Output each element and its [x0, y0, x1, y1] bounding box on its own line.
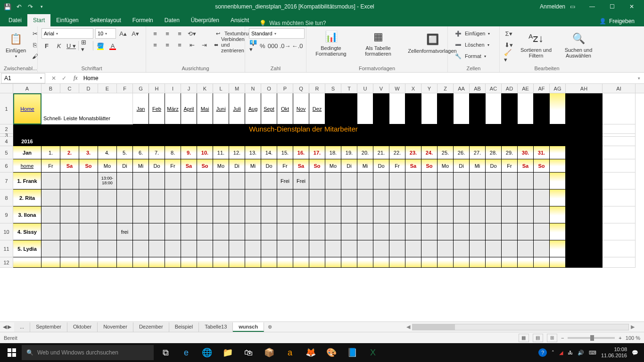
shift-cell[interactable]	[325, 173, 341, 189]
expand-formula-icon[interactable]: ▾	[634, 76, 644, 81]
piano-cell[interactable]	[518, 93, 534, 124]
fill-icon[interactable]: ⬇▾	[504, 40, 514, 50]
col-header[interactable]: R	[309, 84, 325, 93]
help-icon[interactable]: ?	[538, 348, 547, 357]
font-size-combo[interactable]: 10▾	[95, 28, 116, 39]
add-sheet-button[interactable]: ⊕	[264, 324, 275, 330]
weekday[interactable]: Do	[261, 159, 277, 173]
cell[interactable]	[60, 137, 79, 146]
shift-cell[interactable]	[229, 189, 245, 206]
shift-cell[interactable]	[357, 173, 373, 189]
sheet-tab[interactable]: September	[30, 322, 67, 332]
col-header[interactable]: F	[117, 84, 133, 93]
weekday[interactable]: Do	[373, 159, 389, 173]
a2[interactable]	[13, 124, 41, 134]
shift-cell[interactable]	[341, 189, 357, 206]
store-icon[interactable]: 🛍	[239, 343, 258, 362]
shift-cell[interactable]	[41, 240, 60, 257]
day-number[interactable]: 28.	[486, 146, 502, 159]
find-select-button[interactable]: 🔍Suchen und Auswählen	[558, 30, 599, 59]
row-header[interactable]: 8	[0, 189, 13, 206]
shift-cell[interactable]	[245, 206, 261, 223]
shift-cell[interactable]	[133, 240, 149, 257]
shift-cell[interactable]	[309, 173, 325, 189]
shift-cell[interactable]	[60, 223, 79, 240]
cell[interactable]	[293, 257, 309, 268]
shift-cell[interactable]	[60, 189, 79, 206]
cell[interactable]	[454, 137, 470, 146]
cell[interactable]	[277, 257, 293, 268]
normal-view-icon[interactable]: ▦	[519, 334, 529, 342]
shift-cell[interactable]	[79, 206, 98, 223]
delete-cells-button[interactable]: ➖Löschen▾	[452, 40, 495, 50]
paste-button[interactable]: 📋 Einfügen ▾	[4, 31, 28, 59]
shift-cell[interactable]	[181, 173, 197, 189]
col-header[interactable]: AB	[470, 84, 486, 93]
dropbox-icon[interactable]: 📦	[259, 343, 279, 362]
day-number[interactable]: 19.	[341, 146, 357, 159]
col-header[interactable]: P	[277, 84, 293, 93]
percent-icon[interactable]: %	[259, 41, 266, 51]
col-header[interactable]: AH	[566, 84, 603, 93]
autosum-icon[interactable]: Σ▾	[504, 28, 514, 39]
shift-cell[interactable]	[438, 223, 454, 240]
comma-icon[interactable]: 000	[268, 41, 278, 51]
ai2[interactable]	[603, 124, 636, 134]
minimize-icon[interactable]: —	[583, 0, 602, 13]
cell[interactable]	[213, 257, 229, 268]
weekday[interactable]: Do	[486, 159, 502, 173]
shift-cell[interactable]	[277, 189, 293, 206]
qat-customize-icon[interactable]: ▾	[37, 2, 46, 11]
save-icon[interactable]: 💾	[3, 2, 12, 11]
shift-cell[interactable]	[213, 173, 229, 189]
shift-cell[interactable]	[470, 173, 486, 189]
cell[interactable]	[550, 240, 566, 257]
italic-button[interactable]: K	[54, 41, 64, 51]
format-table-button[interactable]: ▦Als Tabelle formatieren	[357, 28, 399, 58]
month-link[interactable]: April	[181, 93, 197, 124]
weekday[interactable]: Sa	[405, 159, 421, 173]
shrink-font-icon[interactable]: A▾	[130, 28, 140, 39]
shift-cell[interactable]	[454, 206, 470, 223]
col-header[interactable]: G	[133, 84, 149, 93]
weekday[interactable]: Sa	[293, 159, 309, 173]
cell[interactable]	[79, 257, 98, 268]
shift-cell[interactable]	[309, 206, 325, 223]
shift-cell[interactable]	[534, 240, 550, 257]
shift-cell[interactable]	[325, 189, 341, 206]
cell[interactable]	[133, 137, 149, 146]
shift-cell[interactable]	[486, 189, 502, 206]
cell[interactable]	[261, 257, 277, 268]
cell[interactable]	[245, 137, 261, 146]
shift-cell[interactable]	[41, 206, 60, 223]
shift-cell[interactable]	[325, 206, 341, 223]
cell[interactable]	[165, 257, 181, 268]
shift-cell[interactable]	[438, 189, 454, 206]
font-name-combo[interactable]: Arial▾	[41, 28, 93, 39]
weekday[interactable]: Mi	[133, 159, 149, 173]
cell[interactable]	[149, 137, 165, 146]
day-number[interactable]: 23.	[405, 146, 421, 159]
month-link[interactable]: Nov	[293, 93, 309, 124]
cell[interactable]	[550, 206, 566, 223]
sign-in-button[interactable]: Anmelden	[543, 0, 562, 13]
shift-cell[interactable]	[245, 189, 261, 206]
align-middle-icon[interactable]: ≡	[162, 28, 173, 39]
shift-cell[interactable]	[181, 223, 197, 240]
day-number[interactable]: 21.	[373, 146, 389, 159]
shift-cell[interactable]	[518, 206, 534, 223]
employee-name[interactable]: 4. Sissy	[13, 223, 41, 240]
shift-cell[interactable]	[325, 223, 341, 240]
cell[interactable]	[197, 257, 213, 268]
shift-cell[interactable]	[421, 206, 438, 223]
shift-cell[interactable]	[98, 240, 117, 257]
day-number[interactable]: 9.	[181, 146, 197, 159]
cell[interactable]	[229, 257, 245, 268]
day-number[interactable]: 8.	[165, 146, 181, 159]
piano-cell[interactable]	[405, 93, 421, 124]
shift-cell[interactable]	[133, 173, 149, 189]
cell[interactable]	[373, 257, 389, 268]
shift-cell[interactable]	[197, 223, 213, 240]
weekday[interactable]: Mo	[98, 159, 117, 173]
cell[interactable]	[341, 257, 357, 268]
